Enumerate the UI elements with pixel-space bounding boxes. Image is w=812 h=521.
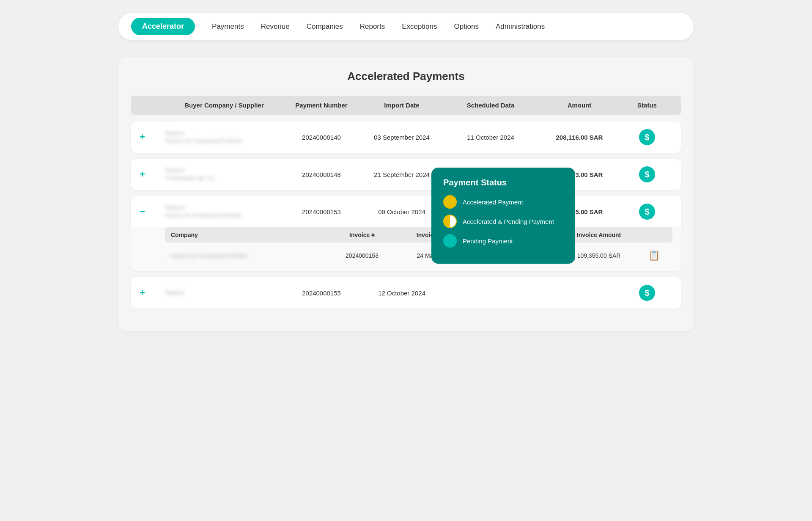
sub-table-header: Company Invoice # Invoice Date Pay Date … [165, 227, 672, 243]
sub-col-company: Company [171, 232, 328, 238]
payment-status-card: Payment Status Accelerated Payment Accel… [431, 168, 575, 264]
legend-dot-half [443, 215, 457, 228]
legend-dot-pending [443, 234, 457, 248]
payment-number-row3: 20240000153 [283, 208, 359, 215]
nav-item-administrations[interactable]: Administrations [496, 22, 545, 31]
company-cell-row3: Takanut Sectors for Compound Portfolio [165, 204, 283, 219]
company-name-blurred: Takanut [165, 167, 283, 174]
status-row2[interactable]: $ [622, 166, 672, 182]
expand-row4-button[interactable]: + [140, 287, 165, 298]
nav-item-revenue[interactable]: Revenue [261, 22, 290, 31]
legend-dot-full [443, 195, 457, 209]
col-scheduled-data: Scheduled Data [444, 102, 537, 109]
legend-label-pending: Pending Payment [463, 237, 513, 245]
expand-row3-button[interactable]: − [140, 206, 165, 217]
status-row3[interactable]: $ [622, 204, 672, 220]
main-card: Accelerated Payments Buyer Company / Sup… [118, 57, 694, 331]
company-name-blurred: Takanut [165, 289, 283, 297]
import-date-row4: 12 October 2024 [359, 289, 444, 297]
legend-item-both: Accelerated & Pending Payment [443, 215, 563, 228]
row-main: + Takanut Al-Ghowaibi Agr. Co. 202400001… [131, 159, 681, 190]
col-payment-number: Payment Number [283, 102, 359, 109]
sub-col-action [641, 232, 667, 238]
expand-row2-button[interactable]: + [140, 169, 165, 180]
sub-table-row3: Company Invoice # Invoice Date Pay Date … [131, 227, 681, 271]
import-date-row1: 03 September 2024 [359, 134, 444, 141]
invoice-icon[interactable]: 📋 [641, 250, 667, 261]
company-cell-row1: Takanut Sectors for Compound Portfolio [165, 130, 283, 145]
company-cell-row2: Takanut Al-Ghowaibi Agr. Co. [165, 167, 283, 182]
payment-number-row4: 20240000155 [283, 289, 359, 297]
table-row: + Takanut 20240000155 12 October 2024 $ [131, 277, 681, 309]
col-status: Status [622, 102, 672, 109]
status-row1[interactable]: $ [622, 129, 672, 145]
page-title: Accelerated Payments [131, 70, 681, 83]
sub-table-row: Sectors for Compound Portfolio 202400015… [165, 246, 672, 265]
row-main: + Takanut Sectors for Compound Portfolio… [131, 121, 681, 153]
nav-item-reports[interactable]: Reports [360, 22, 385, 31]
company-name-blurred: Takanut [165, 204, 283, 212]
col-amount: Amount [537, 102, 622, 109]
table-row: + Takanut Sectors for Compound Portfolio… [131, 121, 681, 153]
company-sub-blurred: Sectors for Compound Portfolio [165, 212, 283, 219]
scheduled-date-row1: 11 October 2024 [444, 134, 537, 141]
status-row4[interactable]: $ [622, 285, 672, 301]
payment-number-row2: 20240000148 [283, 171, 359, 178]
company-cell-row4: Takanut [165, 289, 283, 297]
company-sub-blurred: Al-Ghowaibi Agr. Co. [165, 174, 283, 182]
status-icon-row2[interactable]: $ [639, 166, 655, 182]
nav-item-companies[interactable]: Companies [307, 22, 343, 31]
legend-label-both: Accelerated & Pending Payment [463, 218, 554, 225]
navbar: Accelerator Payments Revenue Companies R… [118, 13, 694, 40]
payment-number-row1: 20240000140 [283, 134, 359, 141]
sub-col-invoice: Invoice # [328, 232, 396, 238]
nav-item-options[interactable]: Options [454, 22, 479, 31]
row-main: + Takanut 20240000155 12 October 2024 $ [131, 277, 681, 309]
company-name-blurred: Takanut [165, 130, 283, 137]
status-icon-row3[interactable]: $ [639, 204, 655, 220]
status-icon-row1[interactable]: $ [639, 129, 655, 145]
nav-brand[interactable]: Accelerator [131, 18, 195, 35]
sub-company-blurred: Sectors for Compound Portfolio [171, 253, 247, 259]
row-main: − Takanut Sectors for Compound Portfolio… [131, 196, 681, 227]
company-sub-blurred: Sectors for Compound Portfolio [165, 137, 283, 145]
status-icon-row4[interactable]: $ [639, 285, 655, 301]
legend-item-pending: Pending Payment [443, 234, 563, 248]
sub-company: Sectors for Compound Portfolio [171, 252, 328, 259]
nav-item-exceptions[interactable]: Exceptions [402, 22, 437, 31]
table-header: Buyer Company / Supplier Payment Number … [131, 96, 681, 115]
legend-item-accelerated: Accelerated Payment [443, 195, 563, 209]
payment-status-title: Payment Status [443, 178, 563, 187]
table-row: − Takanut Sectors for Compound Portfolio… [131, 196, 681, 271]
sub-invoice-number: 2024000153 [328, 252, 396, 259]
nav-item-payments[interactable]: Payments [212, 22, 244, 31]
legend-label-accelerated: Accelerated Payment [463, 198, 523, 206]
amount-row1: 208,116.00 SAR [537, 134, 622, 141]
col-toggle [140, 102, 165, 109]
expand-row1-button[interactable]: + [140, 132, 165, 143]
col-buyer-supplier: Buyer Company / Supplier [165, 102, 283, 109]
col-import-date: Import Date [359, 102, 444, 109]
table-row: + Takanut Al-Ghowaibi Agr. Co. 202400001… [131, 159, 681, 190]
